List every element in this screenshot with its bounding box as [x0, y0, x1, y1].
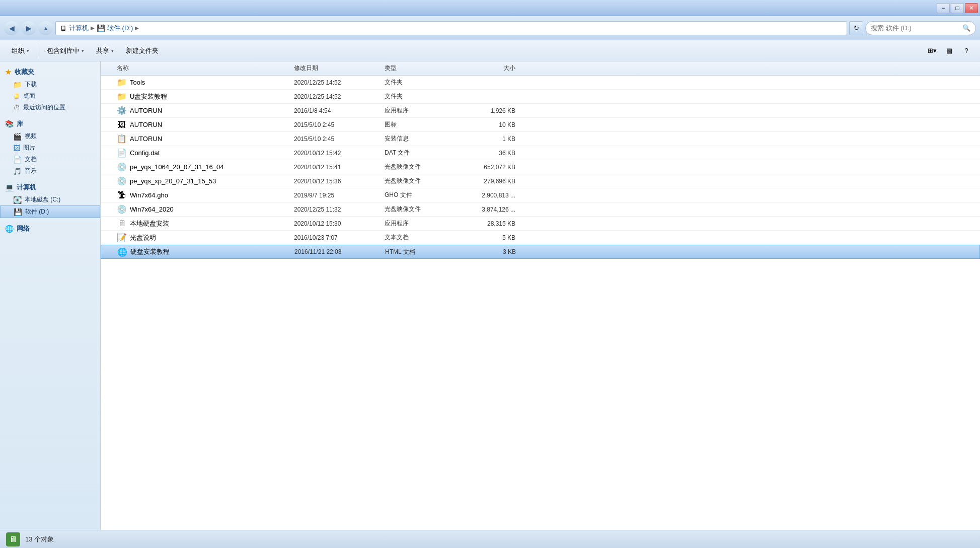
- file-date-9: 2020/12/25 11:32: [294, 206, 385, 213]
- file-name-2: ⚙️ AUTORUN: [103, 106, 294, 115]
- file-date-10: 2020/10/12 15:30: [294, 220, 385, 227]
- breadcrumb-computer[interactable]: 计算机: [69, 24, 89, 33]
- computer-header[interactable]: 💻 计算机: [0, 181, 100, 194]
- organize-label: 组织: [12, 46, 25, 55]
- file-name-10: 🖥 本地硬盘安装: [103, 219, 294, 228]
- library-header[interactable]: 📚 库: [0, 117, 100, 130]
- file-name-5: 📄 Config.dat: [103, 148, 294, 158]
- sidebar-item-doc[interactable]: 📄 文档: [0, 154, 100, 165]
- newfolder-button[interactable]: 新建文件夹: [120, 43, 164, 59]
- file-rows-container: 📁 Tools 2020/12/25 14:52 文件夹 📁 U盘安装教程 20…: [101, 76, 980, 259]
- file-size-12: 3 KB: [461, 248, 526, 255]
- sidebar-item-video[interactable]: 🎬 视频: [0, 130, 100, 142]
- sidebar-desktop-label: 桌面: [23, 92, 35, 100]
- file-date-0: 2020/12/25 14:52: [294, 79, 385, 86]
- file-date-1: 2020/12/25 14:52: [294, 93, 385, 100]
- file-type-12: HTML 文档: [385, 248, 461, 256]
- main-layout: ★ 收藏夹 📁 下载 🖥 桌面 ⏱ 最近访问的位置 📚 库 🎬: [0, 61, 980, 530]
- library-icon: 📚: [5, 120, 14, 128]
- preview-pane-button[interactable]: ▤: [942, 44, 957, 57]
- close-button[interactable]: ✕: [965, 3, 978, 13]
- table-row[interactable]: 🖼 AUTORUN 2015/5/10 2:45 图标 10 KB: [101, 118, 980, 132]
- sidebar-item-recent[interactable]: ⏱ 最近访问的位置: [0, 102, 100, 113]
- table-row[interactable]: 🗜 Win7x64.gho 2019/9/7 19:25 GHO 文件 2,90…: [101, 188, 980, 202]
- table-row[interactable]: 🌐 硬盘安装教程 2016/11/21 22:03 HTML 文档 3 KB: [101, 245, 980, 259]
- favorites-header[interactable]: ★ 收藏夹: [0, 65, 100, 79]
- toolbar-right: ⊞▾ ▤ ?: [925, 44, 974, 57]
- share-button[interactable]: 共享 ▾: [91, 43, 119, 59]
- up-button[interactable]: ▲: [38, 21, 53, 35]
- table-row[interactable]: 📝 光盘说明 2016/10/23 7:07 文本文档 5 KB: [101, 231, 980, 245]
- file-date-7: 2020/10/12 15:36: [294, 178, 385, 185]
- organize-button[interactable]: 组织 ▾: [6, 43, 35, 59]
- col-header-size[interactable]: 大小: [460, 64, 525, 73]
- file-type-7: 光盘映像文件: [385, 177, 460, 185]
- table-row[interactable]: 📋 AUTORUN 2015/5/10 2:45 安装信息 1 KB: [101, 132, 980, 146]
- file-label-8: Win7x64.gho: [130, 191, 168, 199]
- file-name-4: 📋 AUTORUN: [103, 134, 294, 144]
- network-header[interactable]: 🌐 网络: [0, 222, 100, 235]
- file-label-12: 硬盘安装教程: [130, 247, 170, 256]
- toolbar: 组织 ▾ 包含到库中 ▾ 共享 ▾ 新建文件夹 ⊞▾ ▤ ?: [0, 40, 980, 61]
- file-label-3: AUTORUN: [130, 121, 162, 128]
- help-button[interactable]: ?: [959, 44, 974, 57]
- sidebar-item-cdrive[interactable]: 💽 本地磁盘 (C:): [0, 194, 100, 206]
- refresh-button[interactable]: ↻: [849, 21, 863, 35]
- file-icon-1: 📁: [117, 92, 127, 101]
- table-row[interactable]: ⚙️ AUTORUN 2016/1/8 4:54 应用程序 1,926 KB: [101, 104, 980, 118]
- minimize-button[interactable]: −: [937, 3, 950, 13]
- file-date-8: 2019/9/7 19:25: [294, 192, 385, 199]
- file-icon-12: 🌐: [117, 247, 127, 257]
- file-label-5: Config.dat: [130, 149, 160, 157]
- newfolder-label: 新建文件夹: [126, 46, 159, 55]
- file-name-8: 🗜 Win7x64.gho: [103, 191, 294, 200]
- toolbar-separator-1: [38, 44, 38, 58]
- video-icon: 🎬: [13, 132, 22, 141]
- sidebar-item-download[interactable]: 📁 下载: [0, 79, 100, 90]
- file-type-1: 文件夹: [385, 92, 460, 101]
- file-icon-0: 📁: [117, 78, 127, 87]
- table-row[interactable]: 🖥 本地硬盘安装 2020/10/12 15:30 应用程序 28,315 KB: [101, 217, 980, 231]
- file-date-3: 2015/5/10 2:45: [294, 121, 385, 128]
- desktop-icon: 🖥: [13, 92, 20, 100]
- maximize-button[interactable]: □: [951, 3, 964, 13]
- forward-button[interactable]: ▶: [21, 21, 36, 35]
- file-label-4: AUTORUN: [130, 135, 162, 143]
- file-list-header: 名称 修改日期 类型 大小: [101, 61, 980, 76]
- sidebar-item-ddrive[interactable]: 💾 软件 (D:): [0, 206, 100, 218]
- sidebar-download-label: 下载: [25, 80, 37, 89]
- back-button[interactable]: ◀: [4, 21, 19, 35]
- view-toggle-button[interactable]: ⊞▾: [925, 44, 940, 57]
- table-row[interactable]: 📁 U盘安装教程 2020/12/25 14:52 文件夹: [101, 90, 980, 104]
- file-type-5: DAT 文件: [385, 149, 460, 157]
- folder-icon: 📁: [13, 81, 22, 89]
- table-row[interactable]: 💿 pe_yqs_xp_20_07_31_15_53 2020/10/12 15…: [101, 174, 980, 188]
- library-button[interactable]: 包含到库中 ▾: [41, 43, 90, 59]
- breadcrumb-drive[interactable]: 软件 (D:): [107, 24, 133, 33]
- file-icon-3: 🖼: [117, 120, 127, 129]
- file-date-11: 2016/10/23 7:07: [294, 234, 385, 241]
- file-type-4: 安装信息: [385, 134, 460, 143]
- table-row[interactable]: 📄 Config.dat 2020/10/12 15:42 DAT 文件 36 …: [101, 146, 980, 160]
- file-label-6: pe_yqs_1064_20_07_31_16_04: [130, 163, 224, 171]
- sidebar-cdrive-label: 本地磁盘 (C:): [25, 195, 60, 204]
- sidebar-item-image[interactable]: 🖼 图片: [0, 142, 100, 154]
- file-size-11: 5 KB: [460, 234, 525, 241]
- file-icon-6: 💿: [117, 162, 127, 172]
- sidebar-image-label: 图片: [23, 144, 35, 152]
- table-row[interactable]: 📁 Tools 2020/12/25 14:52 文件夹: [101, 76, 980, 90]
- sidebar-item-music[interactable]: 🎵 音乐: [0, 165, 100, 177]
- col-header-date[interactable]: 修改日期: [294, 64, 385, 73]
- col-header-name[interactable]: 名称: [103, 64, 294, 73]
- file-icon-11: 📝: [117, 233, 127, 242]
- file-type-0: 文件夹: [385, 78, 460, 87]
- file-icon-7: 💿: [117, 176, 127, 186]
- sidebar-item-desktop[interactable]: 🖥 桌面: [0, 90, 100, 102]
- table-row[interactable]: 💿 Win7x64_2020 2020/12/25 11:32 光盘映像文件 3…: [101, 202, 980, 217]
- file-name-11: 📝 光盘说明: [103, 233, 294, 242]
- addressbar: ◀ ▶ ▲ 🖥 计算机 ▶ 💾 软件 (D:) ▶ ↻ 🔍: [0, 16, 980, 40]
- search-input[interactable]: [871, 24, 960, 32]
- share-arrow: ▾: [111, 48, 114, 53]
- col-header-type[interactable]: 类型: [385, 64, 460, 73]
- table-row[interactable]: 💿 pe_yqs_1064_20_07_31_16_04 2020/10/12 …: [101, 160, 980, 174]
